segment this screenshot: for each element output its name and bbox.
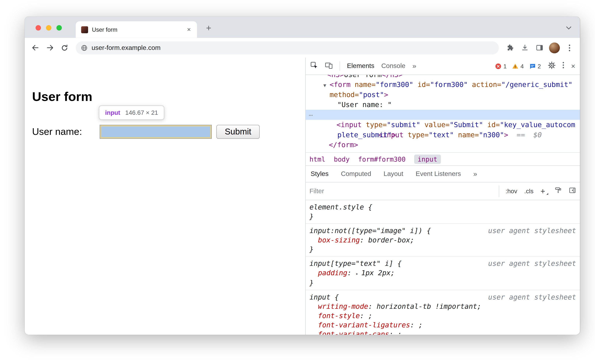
dom-tree-clipped-row: <h3>User form</h3> <box>306 75 580 79</box>
token-pv: : border-box; <box>360 236 414 244</box>
css-declaration-font-variant-caps[interactable]: font-variant-caps: ; <box>310 330 576 335</box>
tab-close-icon[interactable]: × <box>186 26 191 34</box>
profile-avatar[interactable] <box>549 42 560 53</box>
styles-filter-controls: :hov .cls + <box>499 185 576 197</box>
dom-tree-line-form-open[interactable]: ▼<form name="form300" id="form300" actio… <box>306 79 580 90</box>
rule-origin: user agent stylesheet <box>488 226 576 235</box>
window-zoom-button[interactable] <box>56 25 62 30</box>
dom-breadcrumbs: html body form#form300 input <box>306 152 580 165</box>
rule-selector[interactable]: input { <box>310 293 339 302</box>
downloads-button[interactable] <box>518 41 531 54</box>
breadcrumb-input[interactable]: input <box>414 154 441 164</box>
globe-icon <box>81 44 88 51</box>
devtools-settings-button[interactable] <box>548 61 556 71</box>
dom-tree: <h3>User form</h3> ▼<form name="form300"… <box>306 75 580 152</box>
style-rule-input-text: input[type="text" i] { user agent styles… <box>306 257 580 290</box>
warning-badge[interactable]: 4 <box>512 63 524 70</box>
style-rule-element-style: element.style { } <box>306 200 580 224</box>
traffic-lights <box>35 25 62 30</box>
css-declaration-font-style[interactable]: font-style: ; <box>310 311 576 320</box>
new-style-rule-button[interactable]: + <box>540 187 547 195</box>
submit-button[interactable]: Submit <box>216 125 260 139</box>
side-panel-button[interactable] <box>533 41 546 54</box>
dom-tree-line-form-wrap[interactable]: method="post"> <box>306 90 580 100</box>
rule-selector[interactable]: element.style { <box>310 202 372 212</box>
token-tag: <h3> <box>327 75 344 79</box>
address-bar[interactable]: user-form.example.com <box>76 41 499 54</box>
toggle-hov-button[interactable]: :hov <box>505 188 517 195</box>
token-prop: font-variant-ligatures <box>318 321 410 329</box>
token-sel: element.style { <box>310 203 372 211</box>
styles-filter-input[interactable] <box>310 187 499 195</box>
tab-event-listeners[interactable]: Event Listeners <box>416 170 461 178</box>
token-tag: </form> <box>329 141 358 149</box>
tab-computed[interactable]: Computed <box>341 170 371 178</box>
rendering-emulation-button[interactable] <box>554 187 562 195</box>
extensions-button[interactable] <box>503 41 517 54</box>
tab-title: User form <box>92 26 182 33</box>
token-prop: padding <box>318 269 347 277</box>
token-prop: writing-mode <box>318 302 368 310</box>
username-label: User name: <box>32 126 82 137</box>
tab-layout[interactable]: Layout <box>384 170 403 178</box>
token-tag: > <box>384 90 388 99</box>
dom-tree-line-text-node[interactable]: "User name: " <box>306 100 580 110</box>
rule-selector[interactable]: input:not([type="image" i]) { <box>310 226 431 235</box>
devtools-close-button[interactable]: × <box>571 63 575 70</box>
css-declaration-writing-mode[interactable]: writing-mode: horizontal-tb !important; <box>310 302 576 311</box>
rule-origin: user agent stylesheet <box>488 259 576 268</box>
token-tag: <input <box>336 121 361 129</box>
css-declaration-font-variant-ligatures[interactable]: font-variant-ligatures: ; <box>310 320 576 329</box>
dom-tree-line-form-close[interactable]: </form> <box>306 140 580 150</box>
tab-favicon <box>81 26 88 33</box>
breadcrumb-html[interactable]: html <box>310 155 326 163</box>
window-minimize-button[interactable] <box>46 25 51 30</box>
dom-tree-line-clipped[interactable]: <h3>User form</h3> <box>306 75 580 79</box>
inspect-element-button[interactable] <box>310 61 318 71</box>
forward-button[interactable] <box>43 41 56 54</box>
styles-pane: element.style { } input:not([type="image… <box>306 200 580 335</box>
row-overflow-icon[interactable]: … <box>309 109 313 119</box>
tab-elements[interactable]: Elements <box>347 62 374 70</box>
error-badge[interactable]: 1 <box>495 63 507 70</box>
device-toolbar-button[interactable] <box>325 61 333 71</box>
css-declaration-box-sizing[interactable]: box-sizing: border-box; <box>310 236 576 245</box>
page-heading: User form <box>32 89 92 104</box>
more-panels-icon[interactable]: » <box>412 62 416 70</box>
issue-badges: 1 4 2 <box>495 63 541 70</box>
rule-close-brace: } <box>310 278 576 287</box>
download-icon <box>521 44 529 52</box>
computed-sidebar-toggle-button[interactable] <box>569 187 576 195</box>
tab-console[interactable]: Console <box>381 62 405 70</box>
devtools-menu-button[interactable] <box>563 62 564 70</box>
breadcrumb-body[interactable]: body <box>334 155 350 163</box>
token-tri: ▸ <box>356 271 361 276</box>
rule-selector[interactable]: input[type="text" i] { <box>310 259 402 268</box>
token-attr: type= <box>362 121 387 129</box>
reload-button[interactable] <box>58 41 71 54</box>
token-txt: User form <box>344 75 382 79</box>
tab-search-chevron-icon[interactable] <box>566 24 571 31</box>
breadcrumb-form[interactable]: form#form300 <box>358 155 406 163</box>
message-badge[interactable]: 2 <box>529 63 541 70</box>
username-input[interactable] <box>100 125 212 139</box>
browser-menu-button[interactable] <box>563 41 576 54</box>
dom-tree-line-input-selected[interactable]: … <input type="text" name="n300"> == $0 <box>306 110 580 120</box>
device-toolbar-icon <box>325 61 333 69</box>
browser-tab[interactable]: User form × <box>76 21 197 38</box>
css-declaration-padding[interactable]: padding: ▸ 1px 2px; <box>310 268 576 278</box>
back-button[interactable] <box>28 41 42 54</box>
more-sidebar-tabs-icon[interactable]: » <box>473 170 477 178</box>
kebab-menu-icon <box>563 62 564 69</box>
rule-origin: user agent stylesheet <box>488 293 576 302</box>
tab-styles[interactable]: Styles <box>311 170 329 178</box>
token-pv: : <box>347 269 356 277</box>
window-close-button[interactable] <box>35 25 41 30</box>
style-rule-input: input { user agent stylesheet writing-mo… <box>306 290 580 335</box>
token-attr: action= <box>468 80 501 88</box>
dom-tree-line-submit-input[interactable]: <input type="submit" value="Submit" id="… <box>306 120 580 130</box>
dom-tree-line-submit-wrap[interactable]: plete_submit"> <box>306 130 580 140</box>
rule-close-brace: } <box>310 245 576 254</box>
toggle-cls-button[interactable]: .cls <box>524 188 533 195</box>
new-tab-button[interactable]: + <box>202 21 215 34</box>
